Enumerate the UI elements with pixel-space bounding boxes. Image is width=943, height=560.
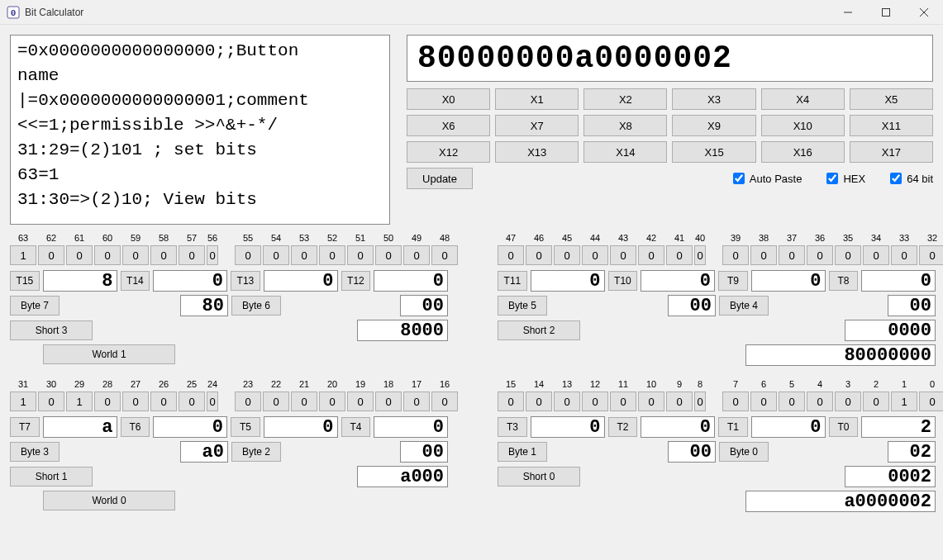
bit-54[interactable]: 0 bbox=[263, 245, 289, 265]
bit-46[interactable]: 0 bbox=[526, 245, 552, 265]
x-button-16[interactable]: X16 bbox=[761, 141, 845, 163]
byte-btn[interactable]: Byte 0 bbox=[719, 442, 769, 462]
bit-27[interactable]: 0 bbox=[122, 392, 149, 411]
bit-52[interactable]: 0 bbox=[319, 245, 345, 265]
x-button-0[interactable]: X0 bbox=[407, 88, 490, 110]
byte-btn[interactable]: Byte 4 bbox=[719, 296, 769, 316]
byte-btn[interactable]: Byte 1 bbox=[498, 442, 547, 462]
bit-0[interactable]: 0 bbox=[919, 392, 943, 411]
nibble-btn-t11[interactable]: T11 bbox=[498, 271, 527, 291]
bit-44[interactable]: 0 bbox=[582, 245, 608, 265]
bit-35[interactable]: 0 bbox=[835, 245, 861, 265]
bit-32[interactable]: 0 bbox=[919, 245, 943, 265]
bit-1[interactable]: 1 bbox=[891, 392, 917, 411]
bit-11[interactable]: 0 bbox=[610, 392, 636, 411]
nibble-btn-t14[interactable]: T14 bbox=[121, 271, 150, 291]
update-button[interactable]: Update bbox=[407, 168, 473, 189]
bit-16[interactable]: 0 bbox=[431, 392, 458, 411]
bit-28[interactable]: 0 bbox=[94, 392, 121, 411]
bit-10[interactable]: 0 bbox=[638, 392, 664, 411]
nibble-btn-t12[interactable]: T12 bbox=[341, 271, 371, 291]
bit-23[interactable]: 0 bbox=[235, 392, 261, 411]
bit-19[interactable]: 0 bbox=[347, 392, 374, 411]
bit-15[interactable]: 0 bbox=[498, 392, 524, 411]
bit-38[interactable]: 0 bbox=[750, 245, 777, 265]
bit-33[interactable]: 0 bbox=[891, 245, 917, 265]
short-btn[interactable]: Short 0 bbox=[498, 467, 580, 486]
nibble-btn-t1[interactable]: T1 bbox=[718, 417, 748, 437]
x-button-6[interactable]: X6 bbox=[407, 115, 490, 136]
nibble-btn-t5[interactable]: T5 bbox=[231, 417, 260, 437]
bit-22[interactable]: 0 bbox=[263, 392, 289, 411]
nibble-btn-t10[interactable]: T10 bbox=[608, 271, 638, 291]
bit-47[interactable]: 0 bbox=[498, 245, 524, 265]
bit-26[interactable]: 0 bbox=[150, 392, 177, 411]
bit-50[interactable]: 0 bbox=[375, 245, 402, 265]
x-button-1[interactable]: X1 bbox=[495, 88, 579, 110]
bit-55[interactable]: 0 bbox=[235, 245, 261, 265]
nibble-btn-t13[interactable]: T13 bbox=[231, 271, 260, 291]
nibble-btn-t15[interactable]: T15 bbox=[10, 271, 40, 291]
x-button-12[interactable]: X12 bbox=[407, 141, 490, 163]
bit-29[interactable]: 1 bbox=[66, 392, 93, 411]
bit-40[interactable]: 0 bbox=[694, 245, 706, 265]
bit-61[interactable]: 0 bbox=[66, 245, 93, 265]
bit-20[interactable]: 0 bbox=[319, 392, 345, 411]
short-btn[interactable]: Short 1 bbox=[10, 467, 93, 486]
bit-14[interactable]: 0 bbox=[526, 392, 552, 411]
bit-43[interactable]: 0 bbox=[610, 245, 636, 265]
nibble-btn-t6[interactable]: T6 bbox=[121, 417, 150, 437]
x-button-11[interactable]: X11 bbox=[850, 115, 933, 136]
bit-58[interactable]: 0 bbox=[150, 245, 177, 265]
short-btn[interactable]: Short 2 bbox=[498, 320, 580, 340]
bit-25[interactable]: 0 bbox=[179, 392, 205, 411]
bit-12[interactable]: 0 bbox=[582, 392, 608, 411]
nibble-btn-t2[interactable]: T2 bbox=[608, 417, 638, 437]
x-button-7[interactable]: X7 bbox=[495, 115, 579, 136]
bit-39[interactable]: 0 bbox=[722, 245, 749, 265]
bit-7[interactable]: 0 bbox=[722, 392, 749, 411]
bit-6[interactable]: 0 bbox=[750, 392, 777, 411]
bit-13[interactable]: 0 bbox=[554, 392, 580, 411]
world-btn[interactable]: World 1 bbox=[43, 344, 175, 364]
bit-60[interactable]: 0 bbox=[94, 245, 121, 265]
byte-btn[interactable]: Byte 5 bbox=[498, 296, 547, 316]
nibble-btn-t8[interactable]: T8 bbox=[829, 271, 859, 291]
nibble-btn-t0[interactable]: T0 bbox=[829, 417, 859, 437]
x-button-2[interactable]: X2 bbox=[583, 88, 667, 110]
nibble-btn-t9[interactable]: T9 bbox=[718, 271, 748, 291]
x-button-17[interactable]: X17 bbox=[850, 141, 933, 163]
byte-btn[interactable]: Byte 2 bbox=[231, 442, 281, 462]
bit-4[interactable]: 0 bbox=[807, 392, 833, 411]
short-btn[interactable]: Short 3 bbox=[10, 320, 93, 340]
bit-41[interactable]: 0 bbox=[666, 245, 693, 265]
bit-42[interactable]: 0 bbox=[638, 245, 664, 265]
auto-paste-checkbox[interactable]: Auto Paste bbox=[733, 173, 803, 185]
x-button-8[interactable]: X8 bbox=[583, 115, 667, 136]
nibble-btn-t7[interactable]: T7 bbox=[10, 417, 40, 437]
x-button-5[interactable]: X5 bbox=[850, 88, 933, 110]
bit-2[interactable]: 0 bbox=[863, 392, 889, 411]
bit-18[interactable]: 0 bbox=[375, 392, 402, 411]
bit-48[interactable]: 0 bbox=[431, 245, 458, 265]
bit-56[interactable]: 0 bbox=[207, 245, 218, 265]
bit-24[interactable]: 0 bbox=[207, 392, 218, 411]
byte-btn[interactable]: Byte 3 bbox=[10, 442, 60, 462]
bit-63[interactable]: 1 bbox=[10, 245, 36, 265]
close-button[interactable] bbox=[905, 0, 943, 25]
minimize-button[interactable] bbox=[829, 0, 867, 25]
x-button-9[interactable]: X9 bbox=[672, 115, 755, 136]
bit-45[interactable]: 0 bbox=[554, 245, 580, 265]
x-button-14[interactable]: X14 bbox=[583, 141, 667, 163]
x-button-10[interactable]: X10 bbox=[761, 115, 845, 136]
world-btn[interactable]: World 0 bbox=[43, 491, 175, 510]
bit-21[interactable]: 0 bbox=[291, 392, 317, 411]
bit-36[interactable]: 0 bbox=[807, 245, 833, 265]
bit-8[interactable]: 0 bbox=[694, 392, 706, 411]
bit-57[interactable]: 0 bbox=[179, 245, 205, 265]
x-button-15[interactable]: X15 bbox=[672, 141, 755, 163]
x-button-4[interactable]: X4 bbox=[761, 88, 845, 110]
bit-9[interactable]: 0 bbox=[666, 392, 693, 411]
bit-34[interactable]: 0 bbox=[863, 245, 889, 265]
64bit-checkbox[interactable]: 64 bit bbox=[890, 173, 933, 185]
